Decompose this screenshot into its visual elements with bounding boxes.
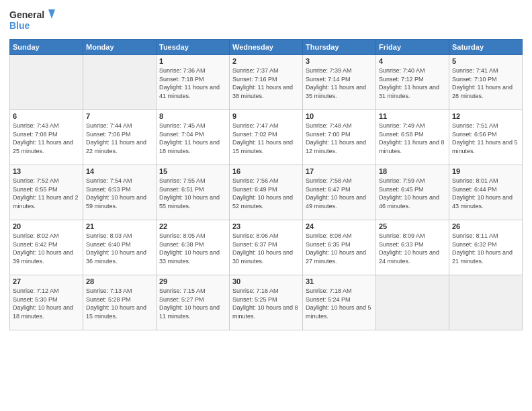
day-info: Sunrise: 7:36 AM Sunset: 7:18 PM Dayligh… xyxy=(159,66,226,100)
weekday-header-thursday: Thursday xyxy=(303,40,376,55)
calendar-cell xyxy=(10,55,83,110)
day-info: Sunrise: 7:15 AM Sunset: 5:27 PM Dayligh… xyxy=(159,287,226,320)
day-info: Sunrise: 8:01 AM Sunset: 6:44 PM Dayligh… xyxy=(452,177,519,210)
calendar-cell: 28Sunrise: 7:13 AM Sunset: 5:28 PM Dayli… xyxy=(83,275,157,330)
day-info: Sunrise: 7:54 AM Sunset: 6:53 PM Dayligh… xyxy=(86,177,153,210)
day-number: 31 xyxy=(306,277,373,285)
day-number: 18 xyxy=(379,167,446,175)
day-info: Sunrise: 7:47 AM Sunset: 7:02 PM Dayligh… xyxy=(232,122,300,155)
weekday-header-wednesday: Wednesday xyxy=(230,40,303,55)
day-number: 6 xyxy=(13,112,80,120)
day-info: Sunrise: 7:52 AM Sunset: 6:55 PM Dayligh… xyxy=(13,177,80,210)
day-number: 27 xyxy=(13,277,80,285)
day-number: 25 xyxy=(379,222,446,230)
day-info: Sunrise: 8:03 AM Sunset: 6:40 PM Dayligh… xyxy=(86,232,153,265)
calendar-cell: 18Sunrise: 7:59 AM Sunset: 6:45 PM Dayli… xyxy=(376,165,449,220)
day-number: 23 xyxy=(232,222,300,230)
weekday-header-row: SundayMondayTuesdayWednesdayThursdayFrid… xyxy=(10,40,523,55)
calendar-cell: 21Sunrise: 8:03 AM Sunset: 6:40 PM Dayli… xyxy=(83,220,157,275)
calendar-cell: 27Sunrise: 7:12 AM Sunset: 5:30 PM Dayli… xyxy=(10,275,83,330)
day-info: Sunrise: 8:02 AM Sunset: 6:42 PM Dayligh… xyxy=(13,232,80,265)
day-number: 5 xyxy=(452,57,519,65)
weekday-header-friday: Friday xyxy=(376,40,449,55)
calendar-page: GeneralBlue SundayMondayTuesdayWednesday… xyxy=(0,0,532,411)
day-number: 24 xyxy=(306,222,373,230)
day-info: Sunrise: 8:05 AM Sunset: 6:38 PM Dayligh… xyxy=(159,232,226,265)
week-row-1: 1Sunrise: 7:36 AM Sunset: 7:18 PM Daylig… xyxy=(10,55,523,110)
logo-svg: GeneralBlue xyxy=(9,7,56,34)
day-number: 11 xyxy=(379,112,446,120)
calendar-cell: 8Sunrise: 7:45 AM Sunset: 7:04 PM Daylig… xyxy=(157,110,230,165)
day-number: 9 xyxy=(232,112,300,120)
calendar-cell: 29Sunrise: 7:15 AM Sunset: 5:27 PM Dayli… xyxy=(157,275,230,330)
day-info: Sunrise: 7:12 AM Sunset: 5:30 PM Dayligh… xyxy=(13,287,80,320)
week-row-2: 6Sunrise: 7:43 AM Sunset: 7:08 PM Daylig… xyxy=(10,110,523,165)
weekday-header-saturday: Saturday xyxy=(449,40,523,55)
week-row-3: 13Sunrise: 7:52 AM Sunset: 6:55 PM Dayli… xyxy=(10,165,523,220)
weekday-header-sunday: Sunday xyxy=(10,40,83,55)
calendar-cell: 22Sunrise: 8:05 AM Sunset: 6:38 PM Dayli… xyxy=(157,220,230,275)
week-row-5: 27Sunrise: 7:12 AM Sunset: 5:30 PM Dayli… xyxy=(10,275,523,330)
day-info: Sunrise: 8:09 AM Sunset: 6:33 PM Dayligh… xyxy=(379,232,446,265)
calendar-cell: 30Sunrise: 7:16 AM Sunset: 5:25 PM Dayli… xyxy=(230,275,303,330)
day-number: 3 xyxy=(306,57,373,65)
day-info: Sunrise: 8:06 AM Sunset: 6:37 PM Dayligh… xyxy=(232,232,300,265)
day-number: 2 xyxy=(232,57,300,65)
day-info: Sunrise: 7:58 AM Sunset: 6:47 PM Dayligh… xyxy=(306,177,373,210)
calendar-cell: 15Sunrise: 7:55 AM Sunset: 6:51 PM Dayli… xyxy=(157,165,230,220)
logo: GeneralBlue xyxy=(9,7,56,34)
week-row-4: 20Sunrise: 8:02 AM Sunset: 6:42 PM Dayli… xyxy=(10,220,523,275)
day-number: 7 xyxy=(86,112,153,120)
calendar-cell xyxy=(449,275,523,330)
day-number: 10 xyxy=(306,112,373,120)
day-info: Sunrise: 7:48 AM Sunset: 7:00 PM Dayligh… xyxy=(306,122,373,155)
day-number: 22 xyxy=(159,222,226,230)
weekday-header-tuesday: Tuesday xyxy=(157,40,230,55)
day-number: 12 xyxy=(452,112,519,120)
day-number: 19 xyxy=(452,167,519,175)
calendar-cell: 5Sunrise: 7:41 AM Sunset: 7:10 PM Daylig… xyxy=(449,55,523,110)
day-number: 28 xyxy=(86,277,153,285)
day-info: Sunrise: 8:08 AM Sunset: 6:35 PM Dayligh… xyxy=(306,232,373,265)
day-info: Sunrise: 7:37 AM Sunset: 7:16 PM Dayligh… xyxy=(232,66,300,100)
calendar-cell: 31Sunrise: 7:18 AM Sunset: 5:24 PM Dayli… xyxy=(303,275,376,330)
day-info: Sunrise: 7:59 AM Sunset: 6:45 PM Dayligh… xyxy=(379,177,446,210)
day-number: 15 xyxy=(159,167,226,175)
day-number: 26 xyxy=(452,222,519,230)
day-info: Sunrise: 7:51 AM Sunset: 6:56 PM Dayligh… xyxy=(452,122,519,155)
calendar-cell: 25Sunrise: 8:09 AM Sunset: 6:33 PM Dayli… xyxy=(376,220,449,275)
day-number: 30 xyxy=(232,277,300,285)
day-info: Sunrise: 7:18 AM Sunset: 5:24 PM Dayligh… xyxy=(306,287,373,320)
calendar-cell: 24Sunrise: 8:08 AM Sunset: 6:35 PM Dayli… xyxy=(303,220,376,275)
day-info: Sunrise: 7:41 AM Sunset: 7:10 PM Dayligh… xyxy=(452,66,519,100)
calendar-cell: 11Sunrise: 7:49 AM Sunset: 6:58 PM Dayli… xyxy=(376,110,449,165)
calendar-cell: 4Sunrise: 7:40 AM Sunset: 7:12 PM Daylig… xyxy=(376,55,449,110)
calendar-cell: 2Sunrise: 7:37 AM Sunset: 7:16 PM Daylig… xyxy=(230,55,303,110)
calendar-cell: 7Sunrise: 7:44 AM Sunset: 7:06 PM Daylig… xyxy=(83,110,157,165)
calendar-cell: 6Sunrise: 7:43 AM Sunset: 7:08 PM Daylig… xyxy=(10,110,83,165)
day-info: Sunrise: 7:45 AM Sunset: 7:04 PM Dayligh… xyxy=(159,122,226,155)
day-info: Sunrise: 8:11 AM Sunset: 6:32 PM Dayligh… xyxy=(452,232,519,265)
day-number: 1 xyxy=(159,57,226,65)
day-number: 4 xyxy=(379,57,446,65)
day-info: Sunrise: 7:40 AM Sunset: 7:12 PM Dayligh… xyxy=(379,66,446,100)
svg-marker-2 xyxy=(48,9,55,19)
calendar-cell: 19Sunrise: 8:01 AM Sunset: 6:44 PM Dayli… xyxy=(449,165,523,220)
day-number: 17 xyxy=(306,167,373,175)
day-info: Sunrise: 7:13 AM Sunset: 5:28 PM Dayligh… xyxy=(86,287,153,320)
day-number: 8 xyxy=(159,112,226,120)
calendar-cell: 14Sunrise: 7:54 AM Sunset: 6:53 PM Dayli… xyxy=(83,165,157,220)
calendar-cell: 16Sunrise: 7:56 AM Sunset: 6:49 PM Dayli… xyxy=(230,165,303,220)
calendar-cell xyxy=(376,275,449,330)
day-number: 20 xyxy=(13,222,80,230)
day-info: Sunrise: 7:43 AM Sunset: 7:08 PM Dayligh… xyxy=(13,122,80,155)
calendar-cell: 13Sunrise: 7:52 AM Sunset: 6:55 PM Dayli… xyxy=(10,165,83,220)
day-number: 21 xyxy=(86,222,153,230)
calendar-cell: 1Sunrise: 7:36 AM Sunset: 7:18 PM Daylig… xyxy=(157,55,230,110)
calendar-cell: 26Sunrise: 8:11 AM Sunset: 6:32 PM Dayli… xyxy=(449,220,523,275)
calendar-cell: 9Sunrise: 7:47 AM Sunset: 7:02 PM Daylig… xyxy=(230,110,303,165)
calendar-table: SundayMondayTuesdayWednesdayThursdayFrid… xyxy=(9,39,523,330)
day-info: Sunrise: 7:56 AM Sunset: 6:49 PM Dayligh… xyxy=(232,177,300,210)
day-info: Sunrise: 7:55 AM Sunset: 6:51 PM Dayligh… xyxy=(159,177,226,210)
day-number: 13 xyxy=(13,167,80,175)
